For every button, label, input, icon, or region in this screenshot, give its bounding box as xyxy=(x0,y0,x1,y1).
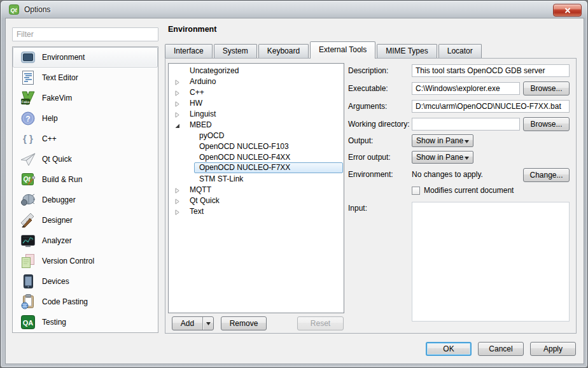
tree-item-text[interactable]: Text xyxy=(169,206,344,216)
tree-item-label: C++ xyxy=(190,88,204,97)
tree-item-label: OpenOCD NUCLEO-F103 xyxy=(199,142,289,151)
sidebar-item-label: Build & Run xyxy=(42,175,82,184)
environment-change-button[interactable]: Change... xyxy=(523,168,570,182)
tree-item-label: MBED xyxy=(190,120,212,129)
tree-item-hw[interactable]: HW xyxy=(169,97,344,108)
tree-collapsed-icon[interactable] xyxy=(174,78,180,84)
description-input[interactable] xyxy=(412,64,570,77)
add-button[interactable]: Add xyxy=(172,316,214,330)
tree-collapsed-icon[interactable] xyxy=(174,89,180,95)
svg-text:QA: QA xyxy=(23,319,34,327)
executable-input[interactable] xyxy=(412,82,520,95)
sidebar-item-environment[interactable]: Environment xyxy=(13,47,158,67)
arguments-input[interactable] xyxy=(412,100,570,113)
description-label: Description: xyxy=(348,66,388,75)
cancel-button[interactable]: Cancel xyxy=(478,342,524,356)
tree-item-uncategorized[interactable]: Uncategorized xyxy=(169,65,344,76)
executable-browse-button[interactable]: Browse... xyxy=(523,81,570,96)
category-list: EnvironmentText EditorFakeFakeVim?Help{ … xyxy=(12,46,158,333)
tree-item-qt-quick[interactable]: Qt Quick xyxy=(169,195,344,206)
sidebar-item-label: Environment xyxy=(42,53,85,62)
output-select[interactable]: Show in Pane xyxy=(412,134,473,147)
tree-item-label: pyOCD xyxy=(199,131,224,140)
close-button[interactable] xyxy=(553,4,582,17)
sidebar-item-designer[interactable]: Designer xyxy=(13,210,158,230)
tree-item-mbed[interactable]: MBED xyxy=(169,119,344,130)
close-icon xyxy=(564,8,571,13)
sidebar-item-fakevim[interactable]: FakeFakeVim xyxy=(13,88,158,108)
tree-collapsed-icon[interactable] xyxy=(174,208,180,214)
tree-item-label: Text xyxy=(190,207,204,216)
tree-item-c[interactable]: C++ xyxy=(169,87,344,97)
sidebar-item-label: Devices xyxy=(42,277,69,286)
sidebar-item-text-editor[interactable]: Text Editor xyxy=(13,67,158,88)
sidebar-item-version-control[interactable]: Version Control xyxy=(13,251,158,271)
ok-button[interactable]: OK xyxy=(426,342,472,356)
tab-mime-types[interactable]: MIME Types xyxy=(377,44,437,58)
tree-collapsed-icon[interactable] xyxy=(174,111,180,117)
tools-tree[interactable]: UncategorizedArduinoC++HWLinguistMBEDpyO… xyxy=(168,63,344,313)
qt-creator-icon: Qt xyxy=(9,4,19,15)
sidebar-item-label: Version Control xyxy=(42,257,94,265)
input-textarea[interactable] xyxy=(412,202,570,322)
build-run-icon: Qt xyxy=(20,171,36,188)
tab-locator[interactable]: Locator xyxy=(438,44,482,58)
environment-icon xyxy=(20,49,36,66)
tree-expanded-icon[interactable] xyxy=(174,122,180,127)
tree-item-linguist[interactable]: Linguist xyxy=(169,108,344,119)
titlebar[interactable]: Qt Options xyxy=(1,1,587,18)
tree-item-label: Linguist xyxy=(190,110,216,118)
tree-item-arduino[interactable]: Arduino xyxy=(169,76,344,87)
apply-button[interactable]: Apply xyxy=(530,342,576,356)
working-directory-input[interactable] xyxy=(412,118,520,131)
tree-item-label: OpenOCD NUCLEO-F4XX xyxy=(199,153,290,162)
error-output-select[interactable]: Show in Pane xyxy=(412,151,473,164)
tree-collapsed-icon[interactable] xyxy=(174,100,180,106)
tree-item-openocd-nucleo-f7xx[interactable]: OpenOCD NUCLEO-F7XX xyxy=(169,162,344,173)
working-directory-browse-button[interactable]: Browse... xyxy=(523,117,570,131)
arguments-label: Arguments: xyxy=(348,102,387,111)
output-label: Output: xyxy=(348,136,373,145)
tree-collapsed-icon[interactable] xyxy=(174,197,180,203)
sidebar-item-testing[interactable]: QATesting xyxy=(13,312,158,332)
sidebar-item-help[interactable]: ?Help xyxy=(13,108,158,129)
tab-system[interactable]: System xyxy=(214,44,257,58)
sidebar-item-label: Testing xyxy=(42,318,66,327)
tree-item-pyocd[interactable]: pyOCD xyxy=(169,130,344,141)
tree-item-label: Arduino xyxy=(190,77,216,86)
sidebar-item-label: Code Pasting xyxy=(42,297,88,306)
tab-keyboard[interactable]: Keyboard xyxy=(258,44,309,58)
sidebar-item-c[interactable]: { }C++ xyxy=(13,129,158,149)
svg-text:Qt: Qt xyxy=(11,7,18,13)
sidebar-item-build-run[interactable]: QtBuild & Run xyxy=(13,169,158,190)
sidebar-item-debugger[interactable]: Debugger xyxy=(13,190,158,210)
sidebar-item-label: Help xyxy=(42,114,58,123)
sidebar-item-label: C++ xyxy=(42,134,57,143)
tree-item-openocd-nucleo-f4xx[interactable]: OpenOCD NUCLEO-F4XX xyxy=(169,152,344,162)
tabbar: InterfaceSystemKeyboardExternal ToolsMIM… xyxy=(165,41,483,58)
tree-item-openocd-nucleo-f103[interactable]: OpenOCD NUCLEO-F103 xyxy=(169,141,344,152)
environment-label: Environment: xyxy=(348,170,393,179)
help-icon: ? xyxy=(20,110,36,127)
tab-interface[interactable]: Interface xyxy=(165,44,213,58)
sidebar-item-qt-quick[interactable]: Qt Quick xyxy=(13,149,158,169)
sidebar-item-label: FakeVim xyxy=(42,94,72,103)
tab-external-tools[interactable]: External Tools xyxy=(310,41,375,59)
tree-item-label: MQTT xyxy=(190,185,211,194)
designer-icon xyxy=(20,212,36,229)
sidebar-item-code-pasting[interactable]: Code Pasting xyxy=(13,292,158,312)
filter-input[interactable] xyxy=(12,27,158,41)
modifies-current-document-checkbox[interactable]: Modifies current document xyxy=(412,186,514,195)
sidebar-item-devices[interactable]: Devices xyxy=(13,271,158,292)
tree-item-mqtt[interactable]: MQTT xyxy=(169,184,344,195)
remove-button[interactable]: Remove xyxy=(221,316,267,330)
tree-collapsed-icon[interactable] xyxy=(174,187,180,192)
checkbox-label: Modifies current document xyxy=(424,186,514,195)
sidebar-item-label: Text Editor xyxy=(42,73,78,82)
chevron-down-icon xyxy=(465,136,469,145)
version-control-icon xyxy=(20,253,36,269)
analyzer-icon xyxy=(20,232,36,249)
tree-item-stm-st-link[interactable]: STM ST-Link xyxy=(169,173,344,184)
sidebar-item-analyzer[interactable]: Analyzer xyxy=(13,230,158,251)
executable-label: Executable: xyxy=(348,84,388,93)
